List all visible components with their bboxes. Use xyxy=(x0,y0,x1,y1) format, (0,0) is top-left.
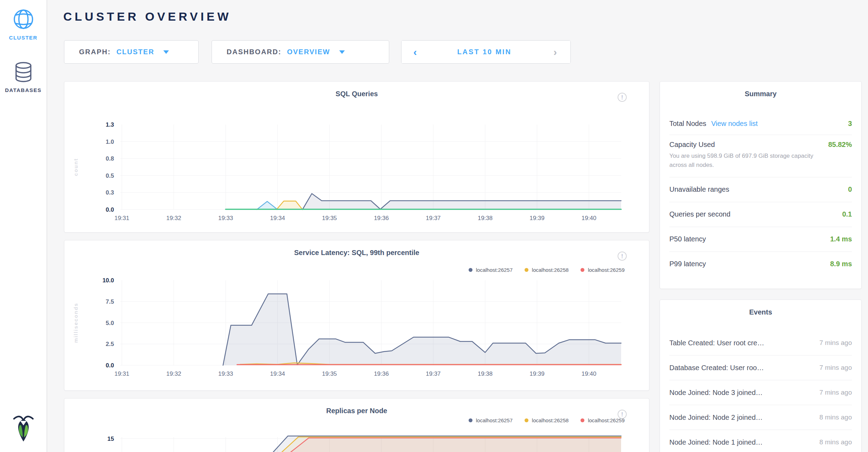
event-title: Node Joined: Node 1 joined… xyxy=(669,438,763,446)
y-tick-label: 15 xyxy=(107,436,114,442)
x-tick-label: 19:36 xyxy=(374,215,389,221)
summary-row-capacity: Capacity Used 85.82% You are using 598.9… xyxy=(669,135,852,177)
time-range-selector: ‹ LAST 10 MIN › xyxy=(401,40,571,64)
summary-label: Unavailable ranges xyxy=(669,185,729,193)
time-range-button[interactable]: LAST 10 MIN xyxy=(429,41,540,63)
summary-label: Queries per second xyxy=(669,210,731,218)
summary-label: Capacity Used xyxy=(669,141,715,149)
x-tick-label: 19:38 xyxy=(478,370,493,377)
legend-label: localhost:26257 xyxy=(476,267,513,273)
view-nodes-list-link[interactable]: View nodes list xyxy=(711,120,758,128)
info-icon[interactable] xyxy=(618,93,627,102)
time-forward-button[interactable]: › xyxy=(540,41,570,63)
summary-value: 1.4 ms xyxy=(830,235,852,243)
y-tick-label: 7.5 xyxy=(106,298,114,305)
series-dot xyxy=(525,418,528,422)
service-latency-card: Service Latency: SQL, 99th percentile lo… xyxy=(64,240,649,391)
graph-dropdown-value: CLUSTER xyxy=(116,48,154,56)
chevron-down-icon xyxy=(163,50,169,54)
summary-row-unavailable-ranges: Unavailable ranges 0 xyxy=(669,177,852,202)
graph-dropdown[interactable]: GRAPH: CLUSTER xyxy=(64,40,199,64)
x-tick-label: 19:33 xyxy=(218,215,233,221)
sidebar-item-label: DATABASES xyxy=(5,87,42,93)
x-tick-label: 19:34 xyxy=(270,215,285,221)
cockroachdb-logo xyxy=(13,414,34,444)
x-tick-label: 19:32 xyxy=(166,215,182,221)
app-root: CLUSTER DATABASES xyxy=(0,0,868,452)
sidebar: CLUSTER DATABASES xyxy=(0,0,47,452)
series-dot xyxy=(581,418,584,422)
summary-body: Total Nodes View nodes list 3 Capacity U… xyxy=(669,112,852,276)
y-tick-label: 1.3 xyxy=(106,121,114,128)
event-title: Table Created: User root cre… xyxy=(669,339,764,347)
legend-item[interactable]: localhost:26258 xyxy=(525,267,569,273)
legend-item[interactable]: localhost:26259 xyxy=(581,267,625,273)
capacity-subtext: You are using 598.9 GiB of 697.9 GiB sto… xyxy=(669,151,823,170)
event-row: Node Joined: Node 3 joined… 7 mins ago xyxy=(669,380,852,405)
legend-label: localhost:26259 xyxy=(588,417,625,423)
info-icon[interactable] xyxy=(618,252,627,261)
summary-row-p50: P50 latency 1.4 ms xyxy=(669,227,852,252)
x-tick-label: 19:39 xyxy=(529,370,545,377)
x-tick-label: 19:34 xyxy=(270,370,285,377)
series-dot xyxy=(469,418,472,422)
chevron-right-icon: › xyxy=(554,46,557,58)
legend-item[interactable]: localhost:26259 xyxy=(581,417,625,423)
y-axis-label: count xyxy=(73,158,79,176)
time-back-button[interactable]: ‹ xyxy=(401,41,429,63)
x-tick-label: 19:35 xyxy=(322,370,337,377)
dashboard-dropdown[interactable]: DASHBOARD: OVERVIEW xyxy=(212,40,389,64)
chevron-down-icon xyxy=(339,50,345,54)
legend-item[interactable]: localhost:26258 xyxy=(525,417,569,423)
sidebar-item-databases[interactable]: DATABASES xyxy=(0,62,47,93)
x-tick-label: 19:33 xyxy=(218,370,233,377)
summary-value: 8.9 ms xyxy=(830,260,852,268)
events-title: Events xyxy=(660,308,861,316)
series-area-slate-series xyxy=(303,193,621,210)
replicas-per-node-card: Replicas per Node localhost:26257 localh… xyxy=(64,398,649,452)
sidebar-item-cluster[interactable]: CLUSTER xyxy=(0,8,47,41)
summary-title: Summary xyxy=(660,90,861,98)
y-axis-label: milliseconds xyxy=(73,303,79,343)
event-title: Node Joined: Node 3 joined… xyxy=(669,389,763,397)
sidebar-item-label: CLUSTER xyxy=(9,35,37,41)
legend-label: localhost:26259 xyxy=(588,267,625,273)
legend-label: localhost:26258 xyxy=(532,417,569,423)
x-tick-label: 19:32 xyxy=(166,370,182,377)
y-tick-label: 5.0 xyxy=(106,320,114,326)
replicas-per-node-chart[interactable]: 19:3119:3219:3319:3419:3519:3619:3719:38… xyxy=(64,432,650,452)
series-dot xyxy=(581,268,584,272)
service-latency-chart[interactable]: 19:3119:3219:3319:3419:3519:3619:3719:38… xyxy=(64,275,650,387)
event-time: 7 mins ago xyxy=(819,364,852,372)
summary-label: P50 latency xyxy=(669,235,706,243)
event-time: 8 mins ago xyxy=(819,438,852,446)
x-tick-label: 19:31 xyxy=(114,215,129,221)
dashboard-dropdown-value: OVERVIEW xyxy=(287,48,330,56)
x-tick-label: 19:37 xyxy=(426,370,441,377)
sql-queries-chart[interactable]: 19:3119:3219:3319:3419:3519:3619:3719:38… xyxy=(64,116,650,228)
summary-value: 3 xyxy=(848,120,852,128)
chevron-left-icon: ‹ xyxy=(413,46,417,58)
event-row: Database Created: User roo… 7 mins ago xyxy=(669,355,852,380)
database-icon xyxy=(13,62,34,83)
events-card: Events Table Created: User root cre… 7 m… xyxy=(660,299,862,452)
x-tick-label: 19:38 xyxy=(478,215,493,221)
summary-row-p99: P99 latency 8.9 ms xyxy=(669,252,852,276)
y-tick-label: 1.0 xyxy=(106,139,114,145)
dashboard-dropdown-label: DASHBOARD: xyxy=(227,48,282,56)
event-row: Table Created: User root cre… 7 mins ago xyxy=(669,331,852,355)
y-tick-label: 2.5 xyxy=(106,341,114,347)
event-title: Database Created: User roo… xyxy=(669,364,764,372)
x-tick-label: 19:39 xyxy=(529,215,545,221)
chart-title: Service Latency: SQL, 99th percentile xyxy=(64,249,649,257)
chart-legend: localhost:26257 localhost:26258 localhos… xyxy=(469,267,625,273)
globe-icon xyxy=(13,8,34,30)
series-area-localhost:26257 xyxy=(223,294,621,365)
event-row: Node Joined: Node 1 joined… 8 mins ago xyxy=(669,430,852,452)
legend-item[interactable]: localhost:26257 xyxy=(469,267,513,273)
event-time: 7 mins ago xyxy=(819,339,852,347)
chart-title: SQL Queries xyxy=(64,90,649,98)
events-list: Table Created: User root cre… 7 mins ago… xyxy=(669,331,852,452)
legend-item[interactable]: localhost:26257 xyxy=(469,417,513,423)
event-row: Node Joined: Node 2 joined… 8 mins ago xyxy=(669,405,852,430)
